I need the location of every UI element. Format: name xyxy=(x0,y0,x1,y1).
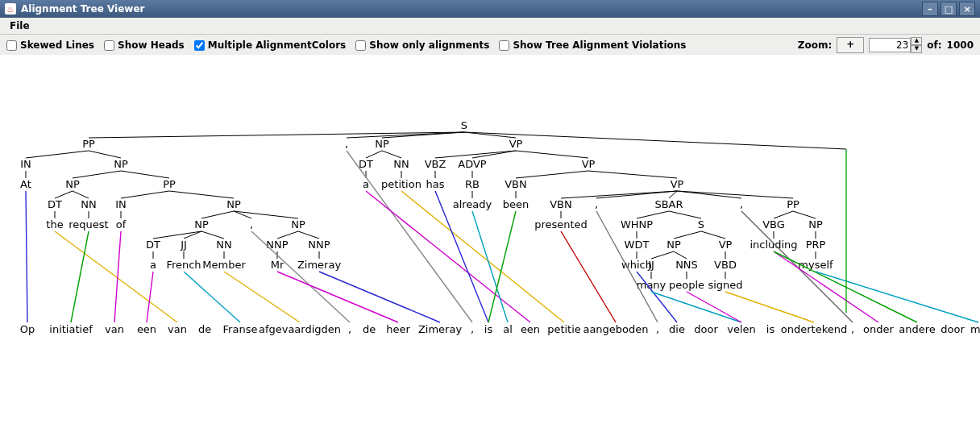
tree-node: PP xyxy=(82,138,95,150)
svg-line-27 xyxy=(596,191,677,198)
svg-line-20 xyxy=(55,191,73,198)
tree-node: a xyxy=(150,259,156,271)
alignment-line xyxy=(366,191,530,322)
target-token: door xyxy=(941,323,965,335)
target-token: die xyxy=(669,323,685,335)
tree-node: VP xyxy=(582,158,596,170)
tree-canvas[interactable]: SPP,NPVPINNPDTNNVBZADVPVPAtNPPPapetition… xyxy=(0,55,980,436)
tree-node: NP xyxy=(666,239,681,251)
tree-node: myself xyxy=(798,259,833,271)
target-token: een xyxy=(137,323,156,335)
tree-node: RB xyxy=(465,178,480,190)
target-token: van xyxy=(168,323,187,335)
alignment-line xyxy=(184,272,240,322)
titlebar: ♨ Alignment Tree Viewer – □ × xyxy=(0,0,980,18)
alignment-line xyxy=(26,191,27,322)
alignment-line xyxy=(435,191,488,322)
maximize-button[interactable]: □ xyxy=(941,2,957,16)
alignment-line xyxy=(725,292,814,322)
svg-line-48 xyxy=(674,231,701,239)
tree-node: Zimeray xyxy=(297,259,341,271)
checkbox-show-only-alignments[interactable]: Show only alignments xyxy=(355,39,489,51)
tree-node: French xyxy=(166,259,201,271)
tree-node: VBN xyxy=(505,178,527,190)
tree-node: NP xyxy=(375,138,389,150)
svg-line-40 xyxy=(774,211,793,218)
checkbox-multiple-colors-input[interactable] xyxy=(194,40,205,51)
svg-line-42 xyxy=(153,231,201,239)
toolbar: Skewed Lines Show Heads Multiple Alignme… xyxy=(0,35,980,56)
tree-node: IN xyxy=(20,158,31,170)
tree-node: VBN xyxy=(550,198,572,210)
checkbox-show-only-alignments-input[interactable] xyxy=(355,40,366,51)
tree-node: has xyxy=(426,178,445,190)
minimize-button[interactable]: – xyxy=(922,2,938,16)
tree-node: request xyxy=(69,218,108,230)
svg-line-23 xyxy=(169,191,234,198)
page-spinner-input[interactable] xyxy=(869,38,911,52)
tree-node: Member xyxy=(202,259,246,271)
checkbox-show-heads-input[interactable] xyxy=(104,40,114,51)
tree-node: , xyxy=(250,218,253,230)
target-token: , xyxy=(471,323,474,335)
svg-line-45 xyxy=(277,231,298,239)
svg-line-41 xyxy=(793,211,816,218)
menu-file[interactable]: File xyxy=(5,19,35,33)
tree-node: of xyxy=(116,218,127,230)
zoom-label: Zoom: xyxy=(798,39,833,51)
spinner-down[interactable]: ▼ xyxy=(911,45,922,53)
menubar: File xyxy=(0,18,980,35)
of-label: of: xyxy=(927,39,941,51)
tree-node: PP xyxy=(787,198,799,210)
tree-node: already xyxy=(453,198,492,210)
tree-node: signed xyxy=(708,279,742,291)
target-token: andere xyxy=(899,323,936,335)
target-token: heer xyxy=(386,323,410,335)
svg-line-59 xyxy=(674,251,687,259)
tree-node: NN xyxy=(81,198,96,210)
tree-node: NP xyxy=(65,178,80,190)
tree-node: including xyxy=(750,239,797,251)
tree-node: NP xyxy=(808,218,823,230)
tree-node: NP xyxy=(226,198,241,210)
checkbox-multiple-colors[interactable]: Multiple AlignmentColors xyxy=(194,39,347,51)
tree-node: SBAR xyxy=(654,198,683,210)
svg-line-18 xyxy=(516,171,588,178)
target-token: Op xyxy=(20,323,35,335)
tree-node: JJ xyxy=(647,259,654,271)
tree-node: DT xyxy=(359,158,373,170)
checkbox-show-violations-input[interactable] xyxy=(499,40,509,51)
checkbox-skewed-lines-input[interactable] xyxy=(6,40,17,51)
svg-line-28 xyxy=(669,191,677,198)
svg-line-39 xyxy=(669,211,701,218)
svg-line-4 xyxy=(26,151,89,158)
checkbox-skewed-lines[interactable]: Skewed Lines xyxy=(6,39,94,51)
target-token: afgevaardigden xyxy=(259,323,341,335)
tree-node: NN xyxy=(393,158,409,170)
close-button[interactable]: × xyxy=(959,2,975,16)
tree-node: NN xyxy=(216,239,231,251)
target-token: de xyxy=(198,323,211,335)
checkbox-show-violations[interactable]: Show Tree Alignment Violations xyxy=(499,39,686,51)
target-token: aangeboden xyxy=(583,323,648,335)
tree-node: VP xyxy=(509,138,523,150)
target-token: mij xyxy=(970,323,980,335)
tree-node: DT xyxy=(146,239,160,251)
target-token: petitie xyxy=(547,323,581,335)
target-token: is xyxy=(484,323,493,335)
target-token: van xyxy=(105,323,124,335)
zoom-in-button[interactable]: + xyxy=(837,37,864,53)
tree-node: people xyxy=(669,279,704,291)
target-token: velen xyxy=(727,323,756,335)
tree-node: PP xyxy=(163,178,176,190)
target-token: , xyxy=(348,323,351,335)
checkbox-show-heads[interactable]: Show Heads xyxy=(104,39,185,51)
spinner-up[interactable]: ▲ xyxy=(911,37,922,45)
tree-node: , xyxy=(740,198,743,210)
svg-line-7 xyxy=(382,151,401,158)
tree-node: NP xyxy=(114,158,128,170)
tree-node: presented xyxy=(534,218,588,230)
tree-node: At xyxy=(20,178,31,190)
svg-line-19 xyxy=(588,171,677,178)
svg-line-10 xyxy=(516,151,588,158)
